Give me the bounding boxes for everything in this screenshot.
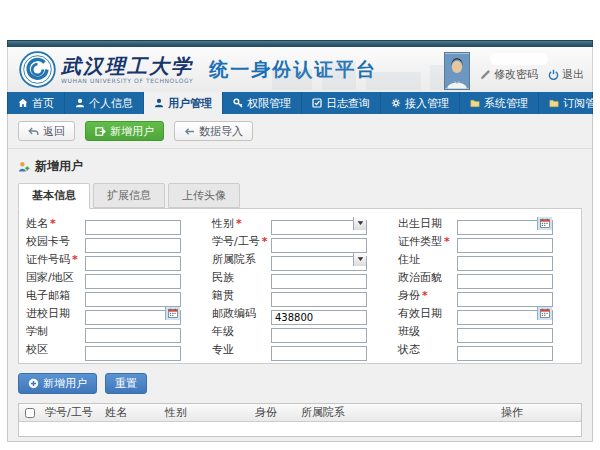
home-icon <box>18 98 28 108</box>
field-label: 政治面貌 <box>393 270 457 285</box>
name-input[interactable] <box>85 220 181 235</box>
field-input-wrap <box>85 270 181 285</box>
section-title: 新增用户 <box>35 158 83 175</box>
calendar-button-valid-date[interactable] <box>537 307 552 320</box>
change-password-link[interactable]: 修改密码 <box>480 67 538 90</box>
field-label: 年级 <box>207 324 271 339</box>
select-all-checkbox[interactable] <box>25 408 35 418</box>
nav-tab-log-query[interactable]: 日志查询 <box>302 92 381 114</box>
form-actions: 新增用户 重置 <box>8 364 592 403</box>
form-field-id-type: 证件类型* <box>393 232 579 250</box>
field-input-wrap <box>457 306 553 321</box>
native-place-input[interactable] <box>271 292 367 307</box>
form-field-class: 班级 <box>393 322 579 340</box>
form-field-political-status: 政治面貌 <box>393 268 579 286</box>
dropdown-button-department[interactable] <box>353 253 366 266</box>
form-field-campus-card-no: 校园卡号 <box>21 232 207 250</box>
field-label: 校区 <box>21 342 85 357</box>
field-input-wrap <box>271 324 367 339</box>
field-label: 国家/地区 <box>21 270 85 285</box>
dropdown-button-gender[interactable] <box>353 217 366 230</box>
submit-button-label: 新增用户 <box>43 376 87 391</box>
nav-tab-permission-management[interactable]: 权限管理 <box>223 92 302 114</box>
email-input[interactable] <box>85 292 181 307</box>
field-label: 姓名* <box>21 216 85 231</box>
header-right: 修改密码 退出 <box>444 51 584 90</box>
field-label: 证件号码* <box>21 252 85 267</box>
required-asterisk: * <box>422 289 428 302</box>
form-column: 出生日期证件类型*住址政治面貌身份*有效日期班级状态 <box>393 214 579 358</box>
log-check-icon <box>312 98 322 108</box>
status-input[interactable] <box>457 346 553 361</box>
col-header-1: 姓名 <box>101 405 161 420</box>
nav-tab-user-management[interactable]: 用户管理 <box>144 92 223 114</box>
field-label: 校园卡号 <box>21 234 85 249</box>
app-window: 武汉理工大学 WUHAN UNIVERSITY OF TECHNOLOGY 统一… <box>7 40 593 442</box>
nav-tab-home[interactable]: 首页 <box>8 92 65 114</box>
back-button[interactable]: 返回 <box>18 121 75 141</box>
form-field-status: 状态 <box>393 340 579 358</box>
field-input-wrap <box>457 216 553 231</box>
tab-upload-avatar[interactable]: 上传头像 <box>168 183 240 208</box>
required-asterisk: * <box>50 217 56 230</box>
form-tabs: 基本信息扩展信息上传头像 <box>18 183 592 208</box>
nav-tab-personal-info[interactable]: 个人信息 <box>65 92 144 114</box>
pencil-icon <box>480 69 491 80</box>
schooling-length-input[interactable] <box>85 328 181 343</box>
address-input[interactable] <box>457 256 553 271</box>
field-label: 班级 <box>393 324 457 339</box>
grade-input[interactable] <box>271 328 367 343</box>
nav-tab-subscription-management[interactable]: 订阅管理 <box>539 92 600 114</box>
campus-input[interactable] <box>85 346 181 361</box>
form-panel: 姓名*校园卡号证件号码*国家/地区电子邮箱进校日期学制校区性别*学号/工号*所属… <box>18 208 582 364</box>
campus-card-no-input[interactable] <box>85 238 181 253</box>
nav-tab-access-management[interactable]: 接入管理 <box>381 92 460 114</box>
postal-code-input[interactable] <box>271 310 367 325</box>
calendar-button-birth-date[interactable] <box>537 217 552 230</box>
reset-button[interactable]: 重置 <box>105 373 147 394</box>
field-input-wrap <box>271 270 367 285</box>
field-label: 身份* <box>393 288 457 303</box>
form-field-name: 姓名* <box>21 214 207 232</box>
id-number-input[interactable] <box>85 256 181 271</box>
nav-tab-label: 首页 <box>32 96 54 111</box>
student-no-input[interactable] <box>271 238 367 253</box>
header: 武汉理工大学 WUHAN UNIVERSITY OF TECHNOLOGY 统一… <box>7 47 593 92</box>
nav-tab-system-management[interactable]: 系统管理 <box>460 92 539 114</box>
user-avatar[interactable] <box>444 52 470 90</box>
top-accent-bar <box>7 40 593 47</box>
form-field-email: 电子邮箱 <box>21 286 207 304</box>
field-input-wrap <box>85 252 181 267</box>
country-region-input[interactable] <box>85 274 181 289</box>
logout-link[interactable]: 退出 <box>548 67 584 90</box>
submit-add-user-button[interactable]: 新增用户 <box>18 373 97 394</box>
data-import-button[interactable]: 数据导入 <box>174 121 253 141</box>
export-square-icon <box>95 126 106 137</box>
field-label: 邮政编码 <box>207 306 271 321</box>
tab-extended-info[interactable]: 扩展信息 <box>93 183 165 208</box>
calendar-icon <box>540 218 550 228</box>
field-label: 学制 <box>21 324 85 339</box>
nav-tab-label: 个人信息 <box>89 96 133 111</box>
required-asterisk: * <box>72 253 78 266</box>
required-asterisk: * <box>236 217 242 230</box>
user-icon <box>154 98 164 108</box>
tab-basic-info[interactable]: 基本信息 <box>18 183 90 209</box>
required-asterisk: * <box>444 235 450 248</box>
form-field-entry-date: 进校日期 <box>21 304 207 322</box>
class-input[interactable] <box>457 328 553 343</box>
ethnicity-input[interactable] <box>271 274 367 289</box>
id-type-input[interactable] <box>457 238 553 253</box>
identity-input[interactable] <box>457 292 553 307</box>
table-empty-row <box>19 422 581 436</box>
field-input-wrap <box>271 306 367 321</box>
import-arrow-icon <box>184 126 195 137</box>
form-field-native-place: 籍贯 <box>207 286 393 304</box>
calendar-button-entry-date[interactable] <box>165 307 180 320</box>
add-user-button[interactable]: 新增用户 <box>85 121 164 141</box>
user-plus-icon <box>18 161 30 173</box>
political-status-input[interactable] <box>457 274 553 289</box>
major-input[interactable] <box>271 346 367 361</box>
field-input-wrap <box>85 234 181 249</box>
field-input-wrap <box>457 324 553 339</box>
